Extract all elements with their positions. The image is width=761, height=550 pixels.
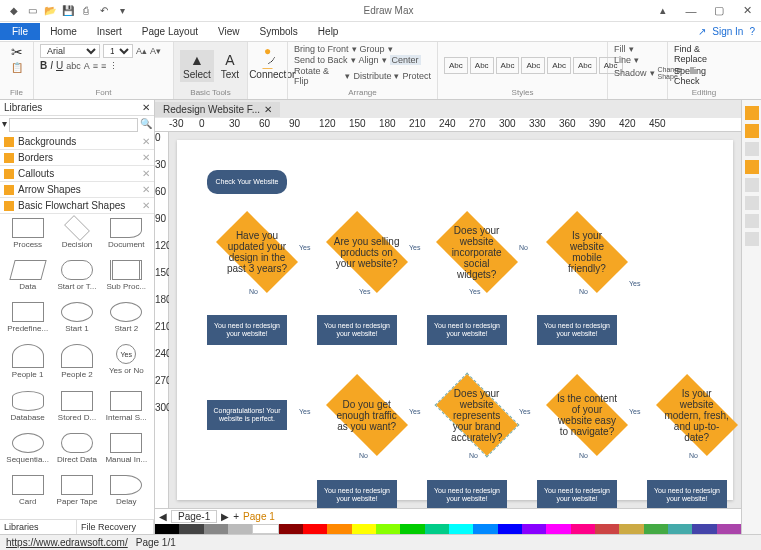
lib-add-icon[interactable]: ▾: [2, 118, 7, 132]
fill-button[interactable]: Fill: [614, 44, 626, 54]
shape-decision[interactable]: [64, 215, 90, 241]
line-button[interactable]: Line: [614, 55, 631, 65]
menu-insert[interactable]: Insert: [87, 23, 132, 40]
shape-process[interactable]: [12, 218, 44, 238]
tab-libraries[interactable]: Libraries: [0, 520, 77, 534]
style-preset-3[interactable]: Abc: [521, 57, 545, 74]
underline-button[interactable]: U: [56, 60, 63, 71]
page-nav-prev[interactable]: ◀: [159, 511, 167, 522]
node-start[interactable]: Check Your Website: [207, 170, 287, 194]
window-close[interactable]: ✕: [733, 0, 761, 22]
rpanel-icon-8[interactable]: [745, 232, 759, 246]
align-left-icon[interactable]: ≡: [93, 61, 98, 71]
center-button[interactable]: Center: [390, 55, 421, 65]
lib-cat-borders[interactable]: Borders✕: [0, 150, 154, 166]
library-search-input[interactable]: [9, 118, 138, 132]
menu-home[interactable]: Home: [40, 23, 87, 40]
send-back-button[interactable]: Send to Back: [294, 55, 348, 65]
page-add-icon[interactable]: +: [233, 511, 239, 522]
menu-symbols[interactable]: Symbols: [250, 23, 308, 40]
style-preset-1[interactable]: Abc: [470, 57, 494, 74]
shape-circle-icon[interactable]: ●: [264, 44, 271, 58]
menu-pagelayout[interactable]: Page Layout: [132, 23, 208, 40]
rpanel-icon-7[interactable]: [745, 214, 759, 228]
qat-save[interactable]: 💾: [62, 5, 74, 17]
qat-open[interactable]: 📂: [44, 5, 56, 17]
distribute-button[interactable]: Distribute: [353, 71, 391, 81]
italic-button[interactable]: I: [50, 60, 53, 71]
page-nav-next[interactable]: ▶: [221, 511, 229, 522]
shape-card[interactable]: [12, 475, 44, 495]
shadow-button[interactable]: Shadow: [614, 68, 647, 78]
shape-stored[interactable]: [61, 391, 93, 411]
shape-people1[interactable]: [12, 344, 44, 368]
qat-dropdown[interactable]: ▾: [116, 5, 128, 17]
lib-cat-arrow[interactable]: Arrow Shapes✕: [0, 182, 154, 198]
shape-start2[interactable]: [110, 302, 142, 322]
qat-undo[interactable]: ↶: [98, 5, 110, 17]
rpanel-icon-3[interactable]: [745, 142, 759, 156]
shape-papertape[interactable]: [61, 475, 93, 495]
lib-cat-flowchart[interactable]: Basic Flowchart Shapes✕: [0, 198, 154, 214]
document-tab[interactable]: Redesign Website F...✕: [155, 102, 280, 117]
shape-subprocess[interactable]: [110, 260, 142, 280]
style-preset-4[interactable]: Abc: [547, 57, 571, 74]
tab-file-recovery[interactable]: File Recovery: [77, 520, 154, 534]
shape-people2[interactable]: [61, 344, 93, 368]
shape-yesno[interactable]: Yes: [116, 344, 136, 364]
copy-icon[interactable]: 📋: [11, 62, 23, 73]
node-d8[interactable]: Is your website modern, fresh, and up-to…: [656, 374, 738, 456]
font-grow-icon[interactable]: A▴: [136, 46, 147, 56]
node-d3[interactable]: Does your website incorporate social wid…: [436, 211, 518, 293]
rpanel-icon-4[interactable]: [745, 160, 759, 174]
shape-sequential[interactable]: [12, 433, 44, 453]
shape-internal[interactable]: [110, 391, 142, 411]
node-redesign-3[interactable]: You need to redesign your website!: [427, 315, 507, 345]
page-tab-2[interactable]: Page 1: [243, 511, 275, 522]
shape-start1[interactable]: [61, 302, 93, 322]
node-d4[interactable]: Is your website mobile friendly?: [546, 211, 628, 293]
node-d6[interactable]: Does your website represents your brand …: [436, 374, 518, 456]
help-icon[interactable]: ?: [749, 26, 755, 37]
style-preset-2[interactable]: Abc: [496, 57, 520, 74]
group-button[interactable]: Group: [360, 44, 385, 54]
share-button[interactable]: ↗: [698, 26, 706, 37]
page-tab-1[interactable]: Page-1: [171, 510, 217, 523]
libraries-close-icon[interactable]: ✕: [142, 102, 150, 113]
canvas[interactable]: Check Your Website Have you updated your…: [177, 140, 733, 500]
style-preset-0[interactable]: Abc: [444, 57, 468, 74]
shape-line-icon[interactable]: —: [263, 62, 273, 73]
protect-button[interactable]: Protect: [402, 71, 431, 81]
bold-button[interactable]: B: [40, 60, 47, 71]
rpanel-icon-6[interactable]: [745, 196, 759, 210]
menu-view[interactable]: View: [208, 23, 250, 40]
shape-startend[interactable]: [61, 260, 93, 280]
shape-manual[interactable]: [110, 433, 142, 453]
rpanel-icon-2[interactable]: [745, 124, 759, 138]
search-icon[interactable]: 🔍: [140, 118, 152, 132]
font-shrink-icon[interactable]: A▾: [150, 46, 161, 56]
spelling-button[interactable]: Spelling Check: [674, 66, 734, 86]
qat-new[interactable]: ▭: [26, 5, 38, 17]
align-center-icon[interactable]: ≡: [101, 61, 106, 71]
highlight-button[interactable]: A: [84, 61, 90, 71]
rotate-button[interactable]: Rotate & Flip: [294, 66, 342, 86]
file-menu[interactable]: File: [0, 23, 40, 40]
window-maximize[interactable]: ▢: [705, 0, 733, 22]
bring-front-button[interactable]: Bring to Front: [294, 44, 349, 54]
rpanel-icon-5[interactable]: [745, 178, 759, 192]
font-size-select[interactable]: 10: [103, 44, 133, 58]
node-redesign-4[interactable]: You need to redesign your website!: [537, 315, 617, 345]
shape-document[interactable]: [110, 218, 142, 238]
select-tool[interactable]: ▲Select: [180, 50, 214, 82]
text-tool[interactable]: AText: [218, 50, 242, 82]
bullets-icon[interactable]: ⋮: [109, 61, 118, 71]
align-button[interactable]: Align: [359, 55, 379, 65]
node-d7[interactable]: Is the content of your website easy to n…: [546, 374, 628, 456]
node-d5[interactable]: Do you get enough traffic as you want?: [326, 374, 408, 456]
node-redesign-8[interactable]: You need to redesign your website!: [647, 480, 727, 508]
shape-database[interactable]: [12, 391, 44, 411]
node-redesign-5[interactable]: You need to redesign your website!: [317, 480, 397, 508]
node-redesign-2[interactable]: You need to redesign your website!: [317, 315, 397, 345]
node-redesign-7[interactable]: You need to redesign your website!: [537, 480, 617, 508]
